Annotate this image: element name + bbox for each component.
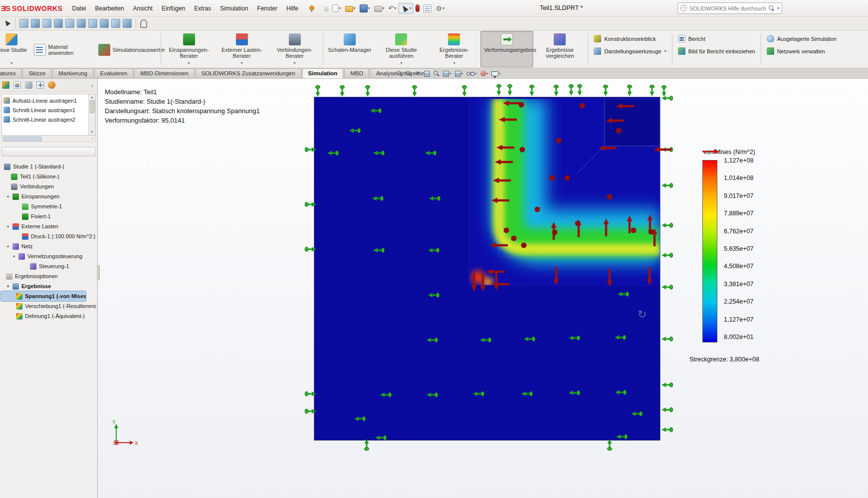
dimxpertmanager-tab-icon[interactable]	[36, 81, 44, 89]
display-style-button[interactable]: ▾	[455, 71, 463, 77]
scrollbar-thumb[interactable]	[90, 100, 95, 113]
hide-show-items-button[interactable]: ▾	[466, 72, 477, 76]
save-button[interactable]: ▾	[358, 3, 372, 13]
tab-simulation[interactable]: Simulation	[302, 68, 344, 78]
feature-shortcut-icon-5[interactable]	[65, 19, 74, 28]
study-item-displacement-plot[interactable]: Verschiebung1 (-Resultierende	[1, 301, 96, 311]
view-settings-button[interactable]: ▾	[491, 71, 501, 76]
tab-markierung[interactable]: Markierung	[52, 68, 93, 78]
feature-shortcut-icon-7[interactable]	[88, 19, 97, 28]
featuremanager-tab-icon[interactable]	[2, 81, 9, 89]
report-button[interactable]: Bericht	[678, 35, 755, 42]
expander-icon[interactable]	[6, 284, 10, 289]
search-input[interactable]	[689, 5, 766, 11]
file-properties-button[interactable]	[422, 3, 433, 13]
results-advisor-button[interactable]: Ergebnisse-Berater ▾	[428, 31, 480, 67]
home-button[interactable]: ⌂	[323, 3, 330, 13]
select-arrow-icon[interactable]	[3, 19, 11, 28]
expander-icon[interactable]	[12, 254, 16, 259]
tree-item-cut-extrude1[interactable]: Schnitt-Linear austragen1	[3, 105, 87, 115]
tab-features[interactable]: Features	[0, 68, 21, 78]
include-image-button[interactable]: Bild für Bericht einbeziehen	[678, 47, 755, 55]
feature-shortcut-icon-10[interactable]	[123, 19, 132, 28]
scrollbar-thumb[interactable]	[3, 137, 42, 141]
run-study-button[interactable]: Diese Studie ausführen ▾	[375, 31, 428, 67]
study-item-pressure[interactable]: Druck-1 (:100.000 N/m^2:)	[1, 231, 96, 241]
tab-zusatzanwendungen[interactable]: SOLIDWORKS Zusatzanwendungen	[196, 68, 301, 78]
scroll-up-icon[interactable]: ▲	[89, 94, 95, 100]
pin-menu-icon[interactable]	[308, 5, 315, 12]
menu-hilfe[interactable]: Hilfe	[282, 3, 303, 14]
fixtures-advisor-button[interactable]: Einspannungen-Berater ▾	[163, 31, 216, 67]
panel-splitter-handle[interactable]	[97, 265, 100, 280]
displaymanager-tab-icon[interactable]	[48, 81, 55, 89]
menu-extras[interactable]: Extras	[190, 3, 216, 14]
chevron-down-icon[interactable]: ▾	[777, 6, 779, 10]
feature-shortcut-icon-6[interactable]	[77, 19, 86, 28]
menu-bearbeiten[interactable]: Bearbeiten	[90, 3, 128, 14]
tab-mbd[interactable]: MBD	[344, 68, 369, 78]
scroll-down-icon[interactable]: ▼	[89, 129, 95, 135]
tab-evaluieren[interactable]: Evaluieren	[94, 68, 133, 78]
apply-material-button[interactable]: Material anwenden	[30, 31, 95, 67]
propertymanager-tab-icon[interactable]	[13, 81, 21, 89]
tree-item-boss-extrude[interactable]: Aufsatz-Linear austragen1	[3, 96, 87, 105]
scroll-right-icon[interactable]: ›	[90, 136, 95, 141]
magnifying-lens-button[interactable]	[434, 71, 439, 77]
simulation-evaluator-button[interactable]: Simulationsauswerter	[95, 31, 159, 67]
feature-shortcut-icon-4[interactable]	[54, 19, 63, 28]
select-tool-button[interactable]: ▾	[399, 3, 413, 13]
offloaded-simulation-button[interactable]: Ausgelagerte Simulation	[767, 35, 837, 42]
study-item-strain-plot[interactable]: Dehnung1 (-Äquivalent-)	[1, 311, 96, 321]
study-item-mesh-control[interactable]: Vernetzungssteuerung	[1, 251, 96, 261]
tab-mbd-dimensionen[interactable]: MBD-Dimensionen	[134, 68, 195, 78]
print-button[interactable]: ▾	[373, 3, 386, 13]
study-item-symmetry[interactable]: Symmetrie-1	[1, 201, 96, 211]
configurationmanager-tab-icon[interactable]	[25, 81, 32, 89]
section-view-button[interactable]	[424, 71, 430, 77]
feature-shortcut-icon-1[interactable]	[19, 19, 28, 28]
study-item-part[interactable]: Teil1 (-Silikone-)	[1, 171, 96, 181]
options-button[interactable]: ⚙▾	[434, 3, 446, 13]
tree-item-cut-extrude2[interactable]: Schnitt-Linear austragen2	[3, 115, 87, 124]
expander-icon[interactable]	[6, 194, 10, 199]
help-search-box[interactable]: ? ▾	[677, 2, 782, 14]
feature-shortcut-icon-3[interactable]	[42, 19, 51, 28]
graphics-area[interactable]: Modellname: Teil1 Studienname: Studie 1(…	[98, 79, 868, 498]
menu-datei[interactable]: Datei	[67, 3, 90, 14]
tab-skizze[interactable]: Skizze	[22, 68, 51, 78]
undo-button[interactable]: ↶▾	[387, 3, 398, 13]
connections-advisor-button[interactable]: Verbindungen-Berater ▾	[268, 31, 321, 67]
rebuild-button[interactable]	[414, 3, 421, 13]
study-header[interactable]: Studie 1 (-Standard-)	[1, 162, 96, 171]
study-item-connections[interactable]: Verbindungen	[1, 181, 96, 191]
view-orientation-button[interactable]: ▾	[443, 71, 451, 77]
study-item-fixtures[interactable]: Einspannungen	[1, 191, 96, 201]
shell-manager-button[interactable]: Schalen-Manager	[325, 31, 375, 67]
manage-network-button[interactable]: Netzwerk verwalten	[767, 47, 837, 55]
study-item-result-options[interactable]: Ergebnisoptionen	[1, 271, 96, 281]
plot-tools-button[interactable]: Darstellungswerkzeuge ▾	[594, 47, 666, 55]
design-insight-button[interactable]: Konstruktionseinblick	[594, 35, 666, 42]
study-item-external-loads[interactable]: Externe Lasten	[1, 221, 96, 231]
collapsed-pane-bar[interactable]	[1, 147, 96, 157]
feature-shortcut-icon-9[interactable]	[111, 19, 120, 28]
study-item-results[interactable]: Ergebnisse	[1, 281, 96, 291]
study-item-fixed[interactable]: Fixiert-1	[1, 211, 96, 221]
vertical-scrollbar[interactable]: ▲ ▼	[88, 94, 95, 135]
new-study-button[interactable]: Neue Studie ▾	[0, 31, 30, 67]
zoom-fit-button[interactable]	[397, 71, 403, 77]
feature-shortcut-icon-2[interactable]	[31, 19, 40, 28]
deformed-result-button[interactable]: Verformungsergebnis	[480, 31, 533, 67]
study-item-control[interactable]: Steuerung-1	[1, 261, 96, 271]
compare-results-button[interactable]: Ergebnisse vergleichen	[533, 31, 586, 67]
zoom-area-button[interactable]	[406, 71, 412, 77]
expand-panel-icon[interactable]: ›	[89, 82, 95, 88]
expander-icon[interactable]	[6, 244, 10, 249]
menu-fenster[interactable]: Fenster	[252, 3, 282, 14]
study-item-stress-plot[interactable]: Spannung1 (-von Mises-)	[1, 291, 86, 301]
study-item-mesh[interactable]: Netz	[1, 241, 96, 251]
horizontal-scrollbar[interactable]: ›	[1, 136, 96, 142]
feature-shortcut-icon-8[interactable]	[100, 19, 109, 28]
expander-icon[interactable]	[6, 224, 10, 229]
